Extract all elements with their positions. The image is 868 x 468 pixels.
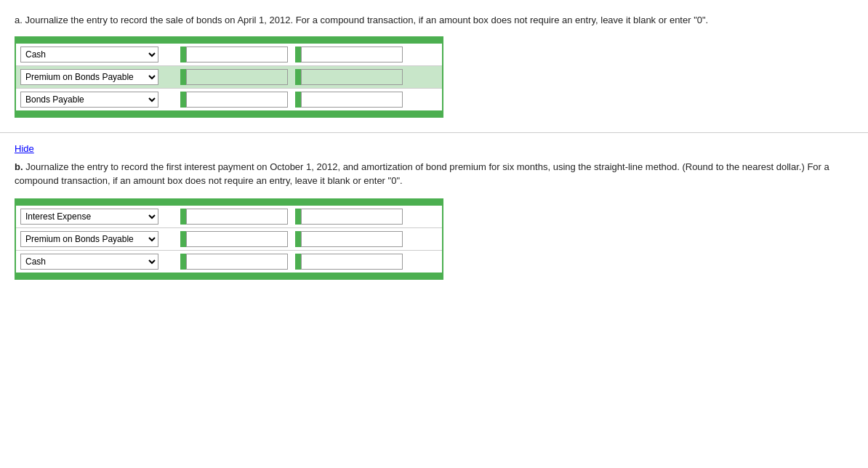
credit-cell-b-3[interactable] — [301, 254, 410, 270]
journal-row-a-3: Cash Premium on Bonds Payable Bonds Paya… — [16, 89, 442, 110]
section-b: Hide b. Journalize the entry to record t… — [0, 133, 868, 294]
debit-cell-a-1[interactable] — [186, 47, 295, 62]
credit-cell-a-3[interactable] — [301, 92, 410, 108]
account-cell-a-1[interactable]: Cash Premium on Bonds Payable Bonds Paya… — [20, 47, 180, 62]
section-b-bold: b. — [15, 161, 23, 172]
section-b-instruction: b. Journalize the entry to record the fi… — [15, 160, 853, 188]
account-cell-b-2[interactable]: Cash Premium on Bonds Payable Bonds Paya… — [20, 231, 180, 247]
journal-header-a — [16, 38, 442, 44]
debit-input-b-1[interactable] — [186, 209, 288, 225]
journal-header-b — [16, 200, 442, 206]
debit-input-b-3[interactable] — [186, 254, 288, 270]
hide-link[interactable]: Hide — [15, 143, 34, 154]
journal-body-a: Cash Premium on Bonds Payable Bonds Paya… — [16, 44, 442, 110]
journal-row-a-2: Cash Premium on Bonds Payable Bonds Paya… — [16, 66, 442, 89]
credit-input-b-2[interactable] — [301, 231, 403, 247]
divider-b-1 — [180, 209, 186, 225]
account-select-a-2[interactable]: Cash Premium on Bonds Payable Bonds Paya… — [20, 69, 158, 85]
debit-cell-a-2[interactable] — [186, 69, 295, 85]
divider-b-2 — [180, 231, 186, 247]
divider-a-1b — [295, 47, 301, 62]
divider-b-3 — [180, 254, 186, 270]
credit-input-a-1[interactable] — [301, 47, 403, 62]
account-cell-b-3[interactable]: Cash Premium on Bonds Payable Bonds Paya… — [20, 254, 180, 270]
account-cell-b-1[interactable]: Cash Premium on Bonds Payable Bonds Paya… — [20, 209, 180, 225]
debit-cell-b-2[interactable] — [186, 231, 295, 247]
journal-row-b-1: Cash Premium on Bonds Payable Bonds Paya… — [16, 206, 442, 228]
account-cell-a-2[interactable]: Cash Premium on Bonds Payable Bonds Paya… — [20, 69, 180, 85]
journal-row-b-2: Cash Premium on Bonds Payable Bonds Paya… — [16, 228, 442, 251]
divider-b-3b — [295, 254, 301, 270]
journal-body-b: Cash Premium on Bonds Payable Bonds Paya… — [16, 206, 442, 273]
section-a-instruction: a. Journalize the entry to record the sa… — [15, 13, 853, 28]
divider-b-2b — [295, 231, 301, 247]
debit-input-a-3[interactable] — [186, 92, 288, 108]
journal-footer-b — [16, 273, 442, 278]
journal-table-a: Cash Premium on Bonds Payable Bonds Paya… — [15, 36, 443, 118]
debit-cell-b-1[interactable] — [186, 209, 295, 225]
account-select-a-3[interactable]: Cash Premium on Bonds Payable Bonds Paya… — [20, 92, 158, 108]
debit-cell-a-3[interactable] — [186, 92, 295, 108]
credit-cell-b-2[interactable] — [301, 231, 410, 247]
account-select-a-1[interactable]: Cash Premium on Bonds Payable Bonds Paya… — [20, 47, 158, 62]
journal-row-a-1: Cash Premium on Bonds Payable Bonds Paya… — [16, 44, 442, 66]
credit-input-a-2[interactable] — [301, 69, 403, 85]
credit-input-b-1[interactable] — [301, 209, 403, 225]
credit-input-a-3[interactable] — [301, 92, 403, 108]
account-select-b-3[interactable]: Cash Premium on Bonds Payable Bonds Paya… — [20, 254, 158, 270]
journal-table-b: Cash Premium on Bonds Payable Bonds Paya… — [15, 198, 443, 280]
debit-input-a-2[interactable] — [186, 69, 288, 85]
divider-a-2b — [295, 69, 301, 85]
divider-a-3 — [180, 92, 186, 108]
debit-input-b-2[interactable] — [186, 231, 288, 247]
account-cell-a-3[interactable]: Cash Premium on Bonds Payable Bonds Paya… — [20, 92, 180, 108]
credit-input-b-3[interactable] — [301, 254, 403, 270]
journal-footer-a — [16, 110, 442, 116]
section-a: a. Journalize the entry to record the sa… — [0, 0, 868, 133]
debit-input-a-1[interactable] — [186, 47, 288, 62]
journal-row-b-3: Cash Premium on Bonds Payable Bonds Paya… — [16, 251, 442, 273]
divider-a-3b — [295, 92, 301, 108]
debit-cell-b-3[interactable] — [186, 254, 295, 270]
account-select-b-1[interactable]: Cash Premium on Bonds Payable Bonds Paya… — [20, 209, 158, 225]
credit-cell-b-1[interactable] — [301, 209, 410, 225]
account-select-b-2[interactable]: Cash Premium on Bonds Payable Bonds Paya… — [20, 231, 158, 247]
divider-a-1 — [180, 47, 186, 62]
divider-a-2 — [180, 69, 186, 85]
credit-cell-a-1[interactable] — [301, 47, 410, 62]
credit-cell-a-2[interactable] — [301, 69, 410, 85]
section-b-text: Journalize the entry to record the first… — [15, 161, 829, 187]
divider-b-1b — [295, 209, 301, 225]
